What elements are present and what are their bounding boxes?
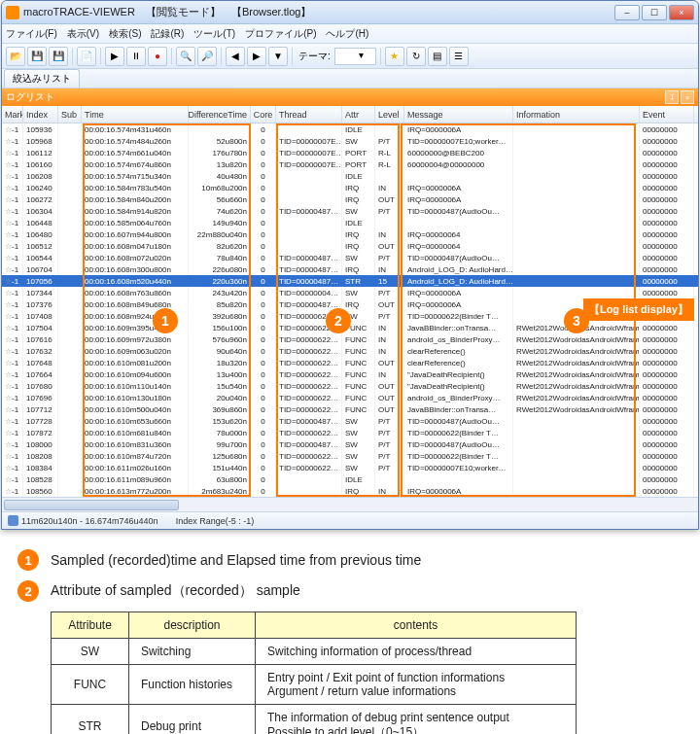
tab-strip: 絞込みリスト — [2, 69, 698, 88]
panel-header: ログリスト ↧ × — [2, 88, 698, 106]
table-row[interactable]: ☆ -110856000:00:16.613m772u200n2m683u240… — [2, 485, 698, 497]
table-row[interactable]: ☆ -110630400:00:16.584m914u820n74u620n0T… — [2, 205, 698, 217]
app-icon — [6, 6, 19, 19]
col-event[interactable]: Event — [640, 106, 694, 122]
scrollbar-thumb[interactable] — [4, 500, 179, 510]
col-level[interactable]: Level — [375, 106, 404, 122]
play-icon[interactable]: ▶ — [105, 47, 124, 66]
refresh-icon[interactable]: ↻ — [406, 47, 426, 66]
table-row[interactable]: ☆ -110761600:00:16.609m972u380n576u960n0… — [2, 333, 698, 345]
star-icon[interactable]: ★ — [385, 47, 404, 66]
grid-header: Mark Index Sub Time DifferenceTime Core … — [2, 106, 698, 123]
col-index[interactable]: Index — [23, 106, 58, 122]
menu-tool[interactable]: ツール(T) — [193, 27, 235, 41]
arrow-right-icon[interactable]: ▶ — [247, 47, 266, 66]
legend-badge-1: 1 — [18, 549, 39, 571]
page-icon[interactable]: 📄 — [77, 47, 96, 66]
attr-row: STRDebug printThe information of debug p… — [52, 705, 577, 735]
legend-text-1: Sampled (recorded)time and Elapsed time … — [51, 552, 421, 568]
table-row[interactable]: ☆ -110763200:00:16.609m063u020n90u640n0T… — [2, 345, 698, 357]
menu-search[interactable]: 検索(S) — [109, 27, 141, 41]
table-row[interactable]: ☆ -110644800:00:16.585m064u760n149u940n0… — [2, 217, 698, 228]
table-row[interactable]: ☆ -110769600:00:16.610m130u180n20u040n0T… — [2, 392, 698, 403]
find-next-icon[interactable]: 🔎 — [197, 47, 217, 66]
legend-text-2: Attribute of sampled（recorded） sample — [51, 582, 300, 600]
callout-label: 【Log list display】 — [583, 298, 694, 321]
panel-close-icon[interactable]: × — [681, 90, 694, 104]
table-row[interactable]: ☆ -110624000:00:16.584m783u540n10m68u200… — [2, 182, 698, 193]
titlebar[interactable]: macroTRACE-VIEWER 【閲覧モード】 【Browser.tlog】… — [2, 1, 698, 24]
menu-view[interactable]: 表示(V) — [67, 27, 99, 41]
table-row[interactable]: ☆ -110852800:00:16.611m089u960n63u800n0I… — [2, 473, 698, 485]
table-row[interactable]: ☆ -110611200:00:16.574m661u040n176u780n0… — [2, 147, 698, 158]
attr-th-description: description — [129, 612, 256, 639]
log-grid: Mark Index Sub Time DifferenceTime Core … — [2, 106, 698, 511]
save-all-icon[interactable]: 💾 — [49, 47, 68, 66]
table-row[interactable]: ☆ -110764800:00:16.610m081u200n18u320n0T… — [2, 357, 698, 368]
col-core[interactable]: Core — [251, 106, 276, 122]
table-row[interactable]: ☆ -110654400:00:16.608m072u020n78u840n0T… — [2, 252, 698, 263]
status-time-range: 11m620u140n - 16.674m746u440n — [21, 516, 158, 526]
table-row[interactable]: ☆ -110771200:00:16.610m500u040n369u860n0… — [2, 403, 698, 415]
theme-label: テーマ: — [298, 50, 331, 63]
table-row[interactable]: ☆ -110670400:00:16.608m300u800n226u080n0… — [2, 263, 698, 275]
menu-profile[interactable]: プロファイル(P) — [245, 27, 316, 41]
col-diff[interactable]: DifferenceTime — [189, 106, 251, 122]
menu-help[interactable]: ヘルプ(H) — [326, 27, 368, 41]
tab-narrow-list[interactable]: 絞込みリスト — [4, 69, 80, 87]
attr-row: FUNCFunction historiesEntry point / Exit… — [52, 665, 577, 705]
attribute-table: Attribute description contents SWSwitchi… — [51, 612, 577, 734]
table-row[interactable]: ☆ -110820800:00:16.610m874u720n125u680n0… — [2, 450, 698, 462]
col-mark[interactable]: Mark — [2, 106, 23, 122]
horizontal-scrollbar[interactable] — [2, 497, 698, 511]
col-attr[interactable]: Attr — [342, 106, 375, 122]
table-row[interactable]: ☆ -110596800:00:16.574m484u260n52u800n0T… — [2, 135, 698, 147]
status-index-range: Index Range(-5 : -1) — [176, 516, 255, 526]
table-row[interactable]: ☆ -110734400:00:16.608m763u860n243u420n0… — [2, 287, 698, 298]
legend-badge-2: 2 — [18, 580, 39, 602]
attr-row: SWSwitchingSwitching information of proc… — [52, 639, 577, 665]
menu-file[interactable]: ファイル(F) — [6, 27, 57, 41]
toolbar: 📂 💾 💾 📄 ▶ ⏸ ● 🔍 🔎 ◀ ▶ ▼ テーマ: ▾ ★ ↻ ▤ ☰ — [2, 44, 698, 69]
table-row[interactable]: ☆ -110593600:00:16.574m431u460n0IDLEIRQ=… — [2, 123, 698, 135]
attr-th-contents: contents — [256, 612, 577, 639]
save-icon[interactable]: 💾 — [27, 47, 47, 66]
table-row[interactable]: ☆ -110787200:00:16.610m681u840n78u000n0T… — [2, 427, 698, 438]
table-row[interactable]: ☆ -110620800:00:16.574m715u340n40u480n0I… — [2, 170, 698, 182]
panel-title: ログリスト — [6, 90, 54, 104]
col-sub[interactable]: Sub — [58, 106, 82, 122]
find-icon[interactable]: 🔍 — [176, 47, 195, 66]
table-row[interactable]: ☆ -110800000:00:16.610m831u360n99u700n0T… — [2, 438, 698, 450]
folder-open-icon[interactable]: 📂 — [6, 47, 25, 66]
minimize-button[interactable]: – — [614, 5, 640, 20]
arrow-left-icon[interactable]: ◀ — [226, 47, 245, 66]
status-icon — [8, 515, 18, 526]
callout-badge-1: 1 — [153, 308, 178, 333]
arrow-down-icon[interactable]: ▼ — [268, 47, 288, 66]
col-message[interactable]: Message — [404, 106, 513, 122]
table-row[interactable]: ☆ -110627200:00:16.584m840u200n56u660n0I… — [2, 193, 698, 205]
list-icon[interactable]: ☰ — [449, 47, 469, 66]
table-row[interactable]: ☆ -110705600:00:16.608m520u440n220u360n0… — [2, 275, 698, 287]
pause-icon[interactable]: ⏸ — [126, 47, 146, 66]
menu-record[interactable]: 記録(R) — [151, 27, 184, 41]
filter-icon[interactable]: ▤ — [428, 47, 447, 66]
record-icon[interactable]: ● — [148, 47, 167, 66]
col-thread[interactable]: Thread — [276, 106, 342, 122]
table-row[interactable]: ☆ -110838400:00:16.611m026u160n151u440n0… — [2, 462, 698, 473]
table-row[interactable]: ☆ -110772800:00:16.610m653u660n153u620n0… — [2, 415, 698, 427]
col-time[interactable]: Time — [82, 106, 189, 122]
table-row[interactable]: ☆ -110766400:00:16.610m094u600n13u400n0T… — [2, 368, 698, 380]
menubar: ファイル(F) 表示(V) 検索(S) 記録(R) ツール(T) プロファイル(… — [2, 24, 698, 44]
table-row[interactable]: ☆ -110616000:00:16.574m674u860n13u820n0T… — [2, 158, 698, 170]
theme-dropdown[interactable]: ▾ — [334, 48, 376, 65]
maximize-button[interactable]: ☐ — [642, 5, 667, 20]
table-row[interactable]: ☆ -110768000:00:16.610m110u140n15u540n0T… — [2, 380, 698, 392]
col-information[interactable]: Information — [513, 106, 640, 122]
table-row[interactable]: ☆ -110648000:00:16.607m944u800n22m880u04… — [2, 228, 698, 240]
callout-badge-2: 2 — [326, 308, 351, 333]
close-button[interactable]: × — [669, 5, 694, 20]
attr-th-attribute: Attribute — [52, 612, 129, 639]
panel-pin-icon[interactable]: ↧ — [665, 90, 679, 104]
table-row[interactable]: ☆ -110651200:00:16.608m047u180n82u620n0I… — [2, 240, 698, 252]
